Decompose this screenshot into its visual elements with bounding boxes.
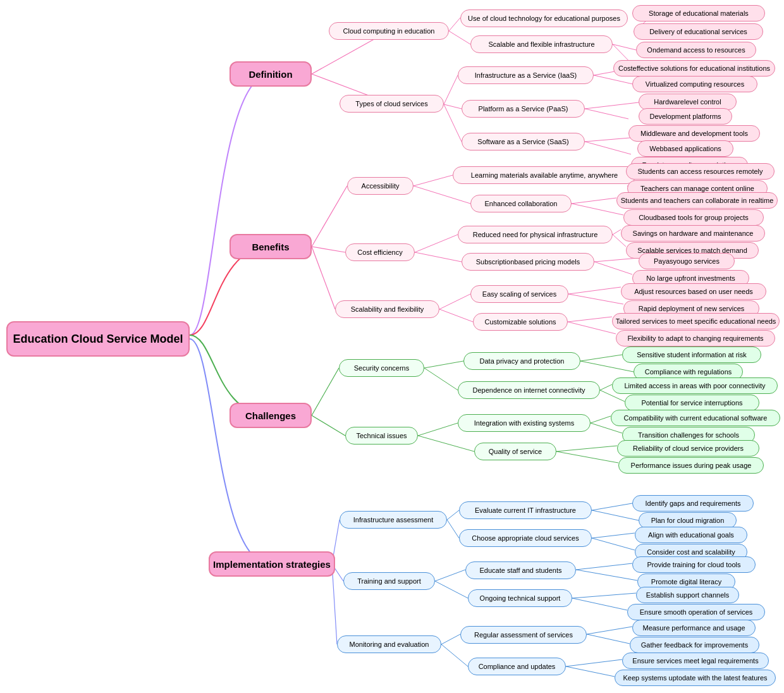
leaf-establish-support: Establish support channels bbox=[636, 587, 739, 603]
l2-customizable: Customizable solutions bbox=[473, 313, 568, 331]
svg-line-17 bbox=[312, 186, 347, 247]
leaf-identify-gaps: Identify gaps and requirements bbox=[632, 495, 754, 512]
svg-line-40 bbox=[424, 361, 463, 368]
leaf-ensure-smooth: Ensure smooth operation of services bbox=[627, 604, 765, 620]
l2-use-cloud: Use of cloud technology for educational … bbox=[460, 9, 628, 27]
svg-line-62 bbox=[435, 581, 468, 598]
sub-cloud-computing: Cloud computing in education bbox=[329, 22, 449, 40]
leaf-costeffective: Costeffective solutions for educational … bbox=[613, 60, 775, 77]
leaf-students-remote: Students can access resources remotely bbox=[626, 163, 775, 180]
leaf-provide-training: Provide training for cloud tools bbox=[632, 556, 756, 573]
leaf-gather-feedback: Gather feedback for improvements bbox=[630, 637, 759, 653]
leaf-potential-inter: Potential for service interruptions bbox=[625, 395, 759, 411]
leaf-adjust-resources: Adjust resources based on user needs bbox=[621, 283, 766, 300]
svg-line-58 bbox=[592, 510, 639, 520]
svg-line-48 bbox=[591, 416, 611, 423]
leaf-flexibility: Flexibility to adapt to changing require… bbox=[616, 330, 775, 346]
leaf-limited-access: Limited access in areas with poor connec… bbox=[612, 377, 778, 394]
leaf-performance: Performance issues during peak usage bbox=[618, 457, 764, 474]
svg-line-72 bbox=[566, 666, 615, 677]
svg-line-50 bbox=[556, 446, 617, 451]
root-node: Education Cloud Service Model bbox=[6, 321, 190, 357]
svg-line-28 bbox=[613, 230, 621, 235]
l2-compliance: Compliance and updates bbox=[468, 658, 566, 675]
svg-line-36 bbox=[568, 317, 612, 322]
svg-line-68 bbox=[441, 644, 468, 666]
leaf-virtualized: Virtualized computing resources bbox=[632, 76, 757, 92]
svg-line-67 bbox=[441, 634, 460, 644]
l2-integration: Integration with existing systems bbox=[458, 414, 591, 432]
svg-line-46 bbox=[418, 423, 458, 436]
l2-learning: Learning materials available anytime, an… bbox=[453, 166, 636, 184]
svg-line-35 bbox=[568, 294, 623, 304]
sub-cost-efficiency: Cost efficiency bbox=[345, 243, 415, 261]
svg-line-57 bbox=[592, 503, 632, 510]
leaf-tailored: Tailored services to meet specific educa… bbox=[612, 313, 780, 329]
leaf-middleware: Middleware and development tools bbox=[628, 125, 760, 142]
svg-line-20 bbox=[413, 175, 453, 186]
main-node-benefits: Benefits bbox=[230, 234, 312, 259]
svg-line-18 bbox=[312, 247, 345, 252]
sub-training: Training and support bbox=[343, 572, 435, 590]
l2-internet-dep: Dependence on internet connectivity bbox=[458, 381, 600, 399]
leaf-cloudbased-tools: Cloudbased tools for group projects bbox=[623, 209, 764, 226]
leaf-ensure-legal: Ensure services meet legal requirements bbox=[622, 653, 769, 669]
l2-subscription: Subscriptionbased pricing models bbox=[462, 253, 594, 271]
svg-line-41 bbox=[424, 368, 458, 390]
svg-line-55 bbox=[447, 510, 459, 520]
l2-iaas: Infrastructure as a Service (IaaS) bbox=[458, 66, 594, 84]
svg-line-43 bbox=[580, 361, 634, 372]
main-node-challenges: Challenges bbox=[230, 403, 312, 428]
svg-line-25 bbox=[572, 204, 623, 215]
svg-line-38 bbox=[312, 368, 339, 415]
svg-line-66 bbox=[572, 598, 627, 610]
leaf-reliability: Reliability of cloud service providers bbox=[617, 440, 759, 457]
svg-line-16 bbox=[585, 142, 631, 154]
svg-line-69 bbox=[587, 627, 632, 634]
l2-regular-assess: Regular assessment of services bbox=[460, 626, 587, 644]
leaf-ondemand: Ondemand access to resources bbox=[636, 42, 756, 58]
l2-saas: Software as a Service (SaaS) bbox=[462, 133, 585, 150]
leaf-keep-updated: Keep systems uptodate with the latest fe… bbox=[615, 670, 776, 686]
sub-accessibility: Accessibility bbox=[347, 177, 413, 195]
svg-line-13 bbox=[585, 102, 639, 109]
svg-line-65 bbox=[572, 593, 636, 598]
svg-line-24 bbox=[572, 198, 616, 204]
main-node-definition: Definition bbox=[230, 61, 312, 87]
svg-line-9 bbox=[444, 104, 462, 109]
l2-enhanced-collab: Enhanced collaboration bbox=[470, 195, 572, 212]
svg-line-59 bbox=[592, 533, 635, 538]
svg-line-51 bbox=[556, 451, 618, 463]
svg-line-33 bbox=[439, 309, 473, 322]
l2-ongoing-support: Ongoing technical support bbox=[468, 589, 572, 607]
svg-line-39 bbox=[312, 415, 345, 436]
svg-line-34 bbox=[568, 287, 621, 294]
svg-line-32 bbox=[439, 294, 470, 309]
l2-data-privacy: Data privacy and protection bbox=[463, 352, 580, 370]
svg-line-8 bbox=[444, 75, 458, 104]
svg-line-70 bbox=[587, 634, 630, 644]
leaf-dev-platforms: Development platforms bbox=[639, 108, 732, 125]
svg-line-60 bbox=[592, 538, 635, 550]
sub-scalability: Scalability and flexibility bbox=[335, 300, 439, 318]
leaf-savings-hw: Savings on hardware and maintenance bbox=[621, 225, 765, 242]
l2-eval-infra: Evaluate current IT infrastructure bbox=[459, 501, 592, 519]
leaf-webbased: Webbased applications bbox=[637, 140, 733, 157]
svg-line-42 bbox=[580, 355, 622, 361]
svg-line-26 bbox=[415, 235, 458, 252]
sub-infra-assess: Infrastructure assessment bbox=[340, 511, 447, 529]
svg-line-3 bbox=[449, 31, 470, 44]
svg-line-71 bbox=[566, 659, 622, 666]
svg-line-54 bbox=[332, 564, 337, 644]
svg-line-31 bbox=[594, 262, 632, 274]
svg-line-56 bbox=[447, 520, 459, 538]
svg-line-2 bbox=[449, 18, 460, 31]
svg-line-27 bbox=[415, 252, 462, 262]
sub-security: Security concerns bbox=[339, 359, 424, 377]
svg-line-30 bbox=[594, 258, 639, 262]
l2-paas: Platform as a Service (PaaS) bbox=[462, 100, 585, 118]
leaf-sensitive-info: Sensitive student information at risk bbox=[622, 346, 761, 363]
l2-easy-scaling: Easy scaling of services bbox=[470, 285, 568, 303]
l2-reduced: Reduced need for physical infrastructure bbox=[458, 226, 613, 243]
leaf-align-edu: Align with educational goals bbox=[635, 527, 747, 543]
